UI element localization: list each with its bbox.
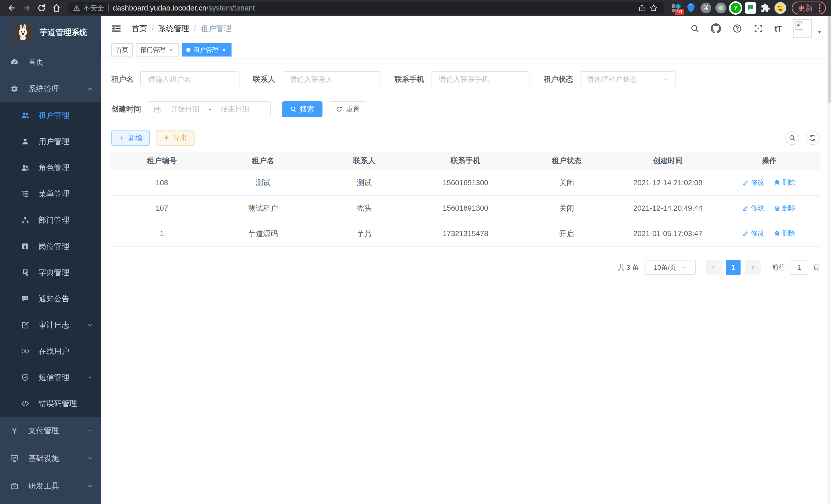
sidebar-item-label: 岗位管理	[38, 241, 69, 252]
sidebar-item-post[interactable]: 岗位管理	[0, 233, 101, 260]
edit-link[interactable]: 修改	[743, 229, 764, 238]
edit-label: 修改	[751, 229, 764, 238]
extension-blocks-icon[interactable]: 10	[669, 1, 683, 14]
edit-link[interactable]: 修改	[743, 203, 764, 212]
sidebar-item-home[interactable]: 首页	[0, 49, 101, 76]
sidebar-item-infra[interactable]: 基础设施	[0, 444, 101, 472]
sidebar-item-menu[interactable]: 菜单管理	[0, 181, 101, 207]
toggle-search-button[interactable]	[785, 131, 799, 145]
browser-menu-icon[interactable]	[816, 4, 823, 12]
date-end-placeholder: 结束日期	[216, 104, 254, 114]
online-broadcast-icon	[21, 347, 30, 356]
browser-back-icon[interactable]	[5, 2, 19, 14]
breadcrumb: 首页 / 系统管理 / 租户管理	[132, 23, 231, 34]
browser-home-icon[interactable]	[50, 2, 63, 14]
cell-mobile: 15601691300	[415, 196, 516, 221]
tab-dept[interactable]: 部门管理	[136, 43, 179, 57]
mobile-input[interactable]	[431, 71, 530, 87]
chevron-down-icon	[87, 483, 93, 489]
sidebar-item-dict[interactable]: 字典管理	[0, 260, 101, 286]
bookmark-star-icon[interactable]	[648, 2, 660, 14]
export-button[interactable]: 导出	[156, 130, 195, 146]
sidebar-item-label: 错误码管理	[38, 398, 77, 409]
sidebar-fold-icon[interactable]	[111, 23, 122, 34]
breadcrumb-home[interactable]: 首页	[132, 23, 147, 34]
prev-page-button[interactable]	[706, 260, 721, 275]
github-icon[interactable]	[711, 23, 721, 34]
font-size-icon[interactable]: tT	[774, 24, 782, 34]
sidebar-item-pay[interactable]: ¥ 支付管理	[0, 417, 101, 444]
tab-home[interactable]: 首页	[111, 43, 133, 57]
page-size-select[interactable]: 10条/页	[645, 260, 696, 275]
logo-rabbit-image	[15, 24, 31, 41]
sidebar-item-notice[interactable]: 通知公告	[0, 286, 101, 312]
sidebar-item-dept[interactable]: 部门管理	[0, 207, 101, 233]
extensions-puzzle-icon[interactable]	[759, 1, 772, 14]
sidebar-item-label: 研发工具	[28, 481, 59, 492]
user-avatar[interactable]	[793, 19, 812, 38]
extension-balloon-icon[interactable]	[684, 1, 698, 14]
avatar-caret-icon[interactable]	[816, 30, 822, 35]
date-range-picker[interactable]: 开始日期 - 结束日期	[148, 101, 270, 117]
tab-tenant[interactable]: 租户管理	[182, 43, 231, 57]
sidebar-submenu-system: 租户管理 用户管理 角色管理 菜单管理	[0, 102, 101, 417]
code-icon	[21, 399, 30, 408]
delete-link[interactable]: 删除	[774, 229, 796, 238]
browser-update-button[interactable]: 更新	[792, 2, 826, 14]
profile-avatar-icon[interactable]	[774, 1, 787, 14]
sidebar-item-dev-tools[interactable]: 研发工具	[0, 472, 101, 500]
breadcrumb-parent[interactable]: 系统管理	[158, 23, 189, 34]
command-glyph: ⌘	[703, 4, 709, 11]
extension-record-icon[interactable]	[714, 1, 727, 14]
header-search-icon[interactable]	[690, 24, 699, 33]
status-select[interactable]: 请选择租户状态	[580, 71, 676, 87]
refresh-table-button[interactable]	[806, 131, 820, 145]
sidebar-item-user[interactable]: 用户管理	[0, 128, 101, 155]
fullscreen-icon[interactable]	[753, 24, 763, 33]
security-warning-icon[interactable]	[73, 4, 80, 11]
delete-link[interactable]: 删除	[774, 203, 796, 212]
sidebar-logo[interactable]: 芋道管理系统	[0, 16, 101, 49]
y-glyph: Y	[734, 4, 738, 11]
tab-label: 部门管理	[141, 46, 165, 54]
share-icon[interactable]	[636, 2, 648, 14]
sidebar: 芋道管理系统 首页 系统管理 租户管理	[0, 16, 101, 504]
cell-tenant-id: 1	[111, 221, 212, 246]
cell-tenant-name: 测试租户	[212, 196, 314, 221]
chevron-right-icon	[750, 265, 755, 270]
search-icon	[789, 135, 796, 142]
tenant-name-input[interactable]	[140, 71, 239, 87]
page-scrollbar[interactable]	[827, 16, 831, 504]
cell-tenant-id: 108	[111, 170, 212, 196]
contact-input[interactable]	[282, 71, 381, 87]
omnibox-divider	[108, 4, 109, 12]
browser-reload-icon[interactable]	[35, 2, 48, 14]
browser-forward-icon[interactable]	[20, 2, 33, 14]
dictionary-icon	[21, 268, 30, 277]
add-button[interactable]: 新增	[111, 130, 150, 146]
sidebar-item-tenant[interactable]: 租户管理	[0, 102, 101, 128]
help-icon[interactable]	[732, 24, 742, 33]
page-number-1[interactable]: 1	[726, 260, 741, 275]
sidebar-item-online-users[interactable]: 在线用户	[0, 338, 101, 364]
trash-icon	[774, 205, 780, 211]
edit-link[interactable]: 修改	[743, 178, 764, 187]
extension-command-icon[interactable]: ⌘	[699, 1, 713, 14]
delete-link[interactable]: 删除	[774, 178, 796, 187]
sidebar-item-sms[interactable]: 短信管理	[0, 364, 101, 390]
extension-y-icon[interactable]: Y	[729, 1, 742, 14]
reset-button[interactable]: 重置	[328, 101, 367, 117]
address-bar[interactable]: 不安全 dashboard.yudao.iocoder.cn/system/te…	[67, 2, 665, 14]
page-suffix-label: 页	[813, 263, 820, 272]
close-icon[interactable]	[168, 47, 174, 53]
goto-page-input[interactable]	[790, 260, 808, 275]
close-icon[interactable]	[221, 47, 227, 53]
sidebar-item-system[interactable]: 系统管理	[0, 76, 101, 102]
scrollbar-thumb[interactable]	[828, 16, 831, 103]
next-page-button[interactable]	[745, 260, 761, 275]
sidebar-item-error-code[interactable]: 错误码管理	[0, 390, 101, 417]
search-button[interactable]: 搜索	[282, 101, 322, 117]
sidebar-item-role[interactable]: 角色管理	[0, 155, 101, 181]
sidebar-item-audit-log[interactable]: 审计日志	[0, 312, 101, 338]
extension-chat-icon[interactable]	[744, 1, 757, 14]
